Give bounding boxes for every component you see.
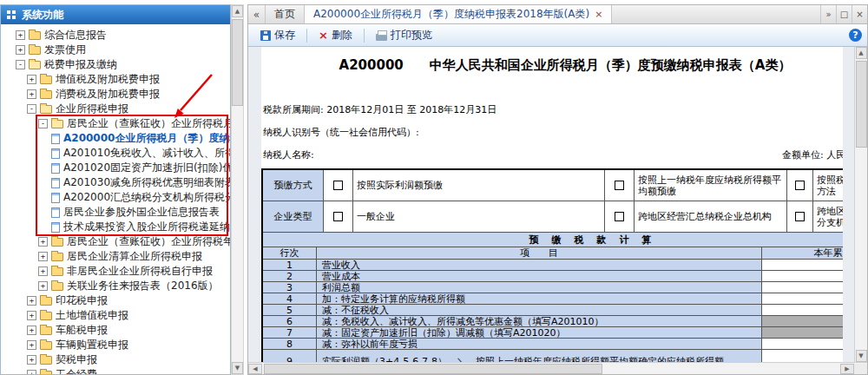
expand-icon[interactable]: + — [16, 30, 25, 40]
expand-icon[interactable]: + — [27, 355, 36, 365]
folder-icon — [40, 297, 52, 306]
tab-close-icon[interactable]: × — [595, 10, 602, 19]
delete-icon: × — [319, 30, 328, 41]
tree-item[interactable]: 居民企业参股外国企业信息报告表 — [1, 205, 230, 220]
tree-item[interactable]: +增值税及附加税费申报 — [1, 72, 230, 87]
tree-item[interactable]: +非居民企业企业所得税自行申报 — [1, 264, 230, 279]
row-item-label: 营业收入 — [317, 260, 762, 270]
expand-icon[interactable]: + — [27, 75, 36, 84]
scroll-up-icon[interactable]: ▲ — [856, 47, 867, 59]
row-number: 5 — [263, 305, 317, 315]
tree-item-label: 工会经费 — [56, 367, 97, 375]
save-button-label: 保存 — [274, 28, 295, 43]
amount-cell[interactable] — [762, 282, 843, 293]
form-horizontal-scrollbar[interactable]: ◀ ▶ — [248, 362, 867, 374]
amount-cell[interactable] — [762, 305, 843, 315]
restore-icon[interactable]: □ — [836, 5, 852, 23]
close-icon[interactable]: × — [852, 5, 867, 23]
tree-item[interactable]: +车辆购置税申报 — [1, 338, 230, 352]
tree-item[interactable]: 技术成果投资入股企业所得税递延纳税备案表 — [1, 220, 230, 234]
checkbox-other-method[interactable] — [795, 181, 805, 190]
scroll-right-icon[interactable]: ▶ — [840, 364, 854, 374]
hscroll-thumb[interactable] — [264, 364, 602, 374]
prepay-option-2: 按照上一纳税年度应纳税所得额平均额预缴 — [635, 170, 787, 201]
expand-icon[interactable]: + — [38, 281, 48, 291]
tree-item[interactable]: +契税申报 — [1, 352, 230, 367]
scroll-left-icon[interactable]: ◀ — [248, 364, 262, 374]
expand-icon[interactable]: + — [27, 340, 36, 350]
tree-item[interactable]: +居民企业清算企业所得税申报 — [1, 249, 230, 264]
expand-icon[interactable]: + — [16, 45, 25, 55]
expand-icon[interactable]: + — [38, 252, 48, 261]
row-number: 8 — [263, 339, 317, 349]
folder-icon — [51, 253, 63, 261]
expand-icon[interactable]: + — [38, 237, 48, 247]
scroll-down-icon[interactable]: ▼ — [856, 350, 867, 362]
tab-scroll-right-icon[interactable]: » — [820, 5, 836, 23]
tab-a200000[interactable]: A200000企业所得税月（季）度纳税申报表2018年版(A类) × — [305, 5, 612, 23]
collapse-icon[interactable]: - — [16, 60, 25, 69]
amount-cell — [762, 316, 843, 326]
tree-item[interactable]: +发票使用 — [1, 43, 230, 57]
tree-item[interactable]: A200000企业所得税月（季）度纳税申报表2018年版(A类) — [1, 131, 230, 146]
form-vertical-scrollbar[interactable]: ▲ ▼ — [854, 47, 867, 362]
row-number: 6 — [263, 316, 317, 326]
toolbar: 保存 × 删除 打印预览 ? — [248, 24, 867, 47]
tree-item-label: 综合信息报告 — [44, 28, 107, 43]
checkbox-branch-consolidated[interactable] — [795, 212, 805, 221]
tab-scroll-left-icon[interactable]: « — [248, 5, 266, 23]
tree-item[interactable]: +车船税申报 — [1, 323, 230, 338]
scroll-down-icon[interactable]: ▼ — [232, 362, 243, 374]
checkbox-hq-consolidated[interactable] — [615, 212, 624, 221]
tree-item[interactable]: +居民企业（查账征收）企业所得税年度申报 — [1, 234, 230, 249]
folder-icon — [40, 371, 52, 375]
sidebar-scrollbar[interactable]: ▲ ▼ — [231, 4, 244, 375]
expand-icon[interactable]: + — [38, 266, 48, 276]
tree-item[interactable]: +关联业务往来报告表（2016版） — [1, 279, 230, 293]
tree-item[interactable]: -企业所得税申报 — [1, 102, 230, 116]
scroll-up-icon[interactable]: ▲ — [232, 5, 243, 17]
checkbox-general-enterprise[interactable] — [333, 212, 343, 221]
sidebar-scroll-thumb[interactable] — [232, 19, 243, 106]
calc-section-title: 预 缴 税 款 计 算 — [263, 233, 843, 247]
row-item-label: 加：特定业务计算的应纳税所得额 — [317, 293, 762, 304]
row-number: 1 — [263, 260, 317, 270]
tree-item[interactable]: A201030减免所得税优惠明细表附表 — [1, 175, 230, 190]
save-button[interactable]: 保存 — [253, 25, 302, 45]
tree-item[interactable]: +印花税申报 — [1, 293, 230, 308]
tree-item[interactable]: +土地增值税申报 — [1, 308, 230, 323]
expand-icon[interactable]: + — [27, 370, 36, 375]
delete-button[interactable]: × 删除 — [312, 25, 359, 45]
tree-item[interactable]: +消费税及附加税费申报 — [1, 87, 230, 102]
collapse-icon[interactable]: - — [38, 119, 48, 128]
form-scroll-thumb[interactable] — [856, 61, 867, 148]
checkbox-actual-profit[interactable] — [333, 181, 343, 190]
tree-item[interactable]: A201020固定资产加速折旧(扣除)优惠明细表 — [1, 161, 230, 175]
expand-icon[interactable]: + — [27, 89, 36, 99]
tree-item[interactable]: +综合信息报告 — [1, 28, 230, 43]
expand-icon[interactable]: + — [27, 311, 36, 320]
tab-home-label: 首页 — [274, 7, 295, 22]
calc-row: 4加：特定业务计算的应纳税所得额 — [263, 293, 843, 305]
amount-cell[interactable] — [762, 339, 843, 349]
tree-item[interactable]: +工会经费 — [1, 367, 230, 375]
row-item-label: 减：免税收入、减计收入、所得减免等优惠金额（填写A201010） — [317, 316, 762, 326]
tree-item[interactable]: -居民企业（查账征收）企业所得税月（季）度申报 — [1, 116, 230, 131]
help-icon[interactable]: ? — [849, 29, 862, 42]
tree-item-label: 居民企业参股外国企业信息报告表 — [63, 205, 220, 220]
calc-rows: 1营业收入2营业成本3利润总额4加：特定业务计算的应纳税所得额5减：不征税收入6… — [263, 260, 843, 362]
expand-icon[interactable]: + — [27, 296, 36, 306]
tree-item[interactable]: A202000汇总纳税分支机构所得税分配表 — [1, 190, 230, 205]
expand-icon[interactable]: + — [27, 326, 36, 335]
amount-cell[interactable] — [762, 350, 843, 362]
tree-item[interactable]: -税费申报及缴纳 — [1, 57, 230, 72]
tree-item[interactable]: A201010免税收入、减计收入、所得减免等优惠明细表 — [1, 146, 230, 161]
amount-cell[interactable] — [762, 260, 843, 270]
tab-home[interactable]: 首页 — [266, 5, 305, 23]
tree-item-label: A201020固定资产加速折旧(扣除)优惠明细表 — [63, 161, 230, 175]
collapse-icon[interactable]: - — [27, 104, 36, 114]
amount-cell[interactable] — [762, 271, 843, 281]
print-preview-button[interactable]: 打印预览 — [369, 25, 439, 45]
amount-cell[interactable] — [762, 293, 843, 304]
checkbox-prior-year-average[interactable] — [615, 181, 624, 190]
